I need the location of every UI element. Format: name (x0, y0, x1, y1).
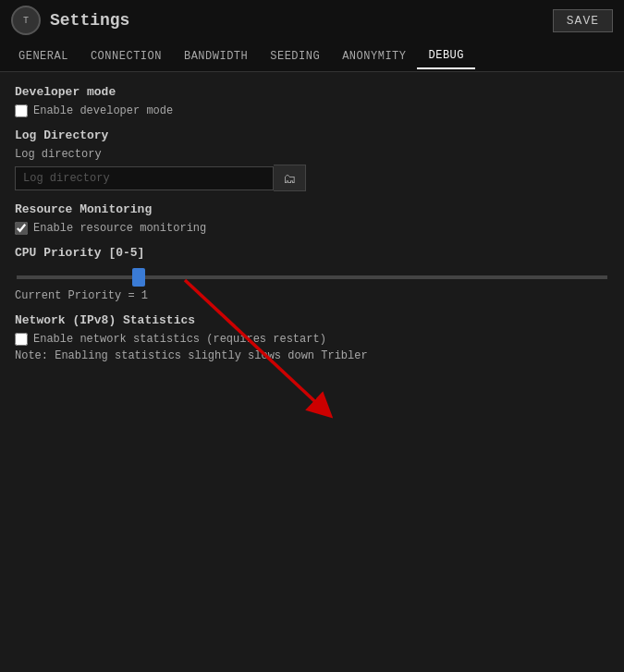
network-statistics-heading: Network (IPv8) Statistics (15, 313, 609, 327)
resource-monitoring-row: Enable resource monitoring (15, 222, 609, 235)
developer-mode-checkbox[interactable] (15, 104, 28, 117)
resource-monitoring-label: Enable resource monitoring (33, 222, 206, 235)
resource-monitoring-heading: Resource Monitoring (15, 202, 609, 216)
header: T Settings SAVE (0, 0, 624, 41)
tab-general[interactable]: GENERAL (7, 44, 80, 68)
logo: T (11, 6, 41, 35)
tab-bandwidth[interactable]: BANDWIDTH (173, 44, 259, 68)
tab-connection[interactable]: CONNECTION (80, 44, 173, 68)
folder-icon: 🗂 (283, 171, 296, 186)
developer-mode-row: Enable developer mode (15, 104, 609, 117)
log-directory-input[interactable] (15, 166, 274, 190)
header-left: T Settings (11, 6, 129, 35)
resource-monitoring-checkbox[interactable] (15, 222, 28, 235)
tab-anonymity[interactable]: ANONYMITY (331, 44, 417, 68)
cpu-priority-slider[interactable] (17, 275, 607, 279)
developer-mode-heading: Developer mode (15, 85, 609, 99)
nav-tabs: GENERAL CONNECTION BANDWIDTH SEEDING ANO… (0, 41, 624, 72)
current-priority-label: Current Priority = 1 (15, 289, 609, 302)
network-statistics-label: Enable network statistics (requires rest… (33, 333, 326, 346)
content: Developer mode Enable developer mode Log… (0, 72, 624, 375)
tab-debug[interactable]: DEBUG (417, 43, 475, 69)
log-directory-heading: Log Directory (15, 128, 609, 142)
cpu-priority-heading: CPU Priority [0-5] (15, 246, 609, 260)
log-directory-label: Log directory (15, 148, 609, 161)
network-statistics-note: Note: Enabling statistics slightly slows… (15, 349, 609, 362)
save-button[interactable]: SAVE (553, 9, 613, 32)
content-wrapper: Developer mode Enable developer mode Log… (0, 72, 624, 375)
slider-container (15, 267, 609, 284)
folder-browse-button[interactable]: 🗂 (274, 165, 306, 191)
network-statistics-row: Enable network statistics (requires rest… (15, 333, 609, 346)
app-title: Settings (50, 11, 129, 30)
tab-seeding[interactable]: SEEDING (259, 44, 331, 68)
network-statistics-checkbox[interactable] (15, 333, 28, 346)
log-directory-row: 🗂 (15, 165, 609, 191)
developer-mode-label: Enable developer mode (33, 104, 173, 117)
